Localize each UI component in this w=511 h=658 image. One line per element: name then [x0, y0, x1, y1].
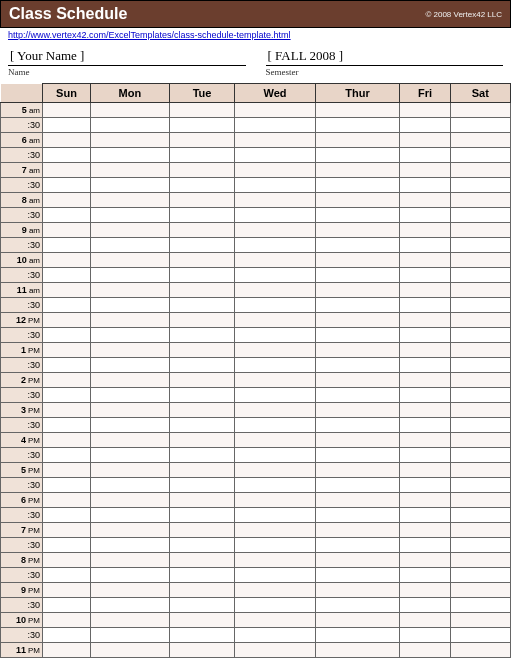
schedule-cell[interactable]	[169, 238, 235, 253]
schedule-cell[interactable]	[43, 403, 91, 418]
schedule-cell[interactable]	[43, 418, 91, 433]
schedule-cell[interactable]	[235, 343, 315, 358]
schedule-cell[interactable]	[169, 223, 235, 238]
schedule-cell[interactable]	[91, 493, 170, 508]
schedule-cell[interactable]	[91, 148, 170, 163]
schedule-cell[interactable]	[235, 373, 315, 388]
schedule-cell[interactable]	[91, 523, 170, 538]
schedule-cell[interactable]	[91, 328, 170, 343]
schedule-cell[interactable]	[43, 628, 91, 643]
schedule-cell[interactable]	[91, 448, 170, 463]
schedule-cell[interactable]	[400, 418, 450, 433]
schedule-cell[interactable]	[450, 163, 510, 178]
schedule-cell[interactable]	[43, 493, 91, 508]
schedule-cell[interactable]	[235, 598, 315, 613]
schedule-cell[interactable]	[91, 193, 170, 208]
schedule-cell[interactable]	[169, 388, 235, 403]
schedule-cell[interactable]	[169, 268, 235, 283]
schedule-cell[interactable]	[450, 478, 510, 493]
schedule-cell[interactable]	[235, 628, 315, 643]
schedule-cell[interactable]	[235, 103, 315, 118]
schedule-cell[interactable]	[400, 448, 450, 463]
schedule-cell[interactable]	[91, 118, 170, 133]
schedule-cell[interactable]	[235, 553, 315, 568]
schedule-cell[interactable]	[315, 283, 400, 298]
schedule-cell[interactable]	[235, 358, 315, 373]
schedule-cell[interactable]	[235, 583, 315, 598]
template-url-link[interactable]: http://www.vertex42.com/ExcelTemplates/c…	[8, 30, 291, 40]
schedule-cell[interactable]	[450, 508, 510, 523]
schedule-cell[interactable]	[235, 283, 315, 298]
schedule-cell[interactable]	[400, 148, 450, 163]
schedule-cell[interactable]	[169, 478, 235, 493]
schedule-cell[interactable]	[315, 328, 400, 343]
schedule-cell[interactable]	[315, 208, 400, 223]
schedule-cell[interactable]	[315, 313, 400, 328]
schedule-cell[interactable]	[43, 643, 91, 658]
schedule-cell[interactable]	[315, 133, 400, 148]
schedule-cell[interactable]	[169, 148, 235, 163]
schedule-cell[interactable]	[400, 388, 450, 403]
schedule-cell[interactable]	[315, 643, 400, 658]
schedule-cell[interactable]	[400, 313, 450, 328]
schedule-cell[interactable]	[315, 103, 400, 118]
schedule-cell[interactable]	[315, 538, 400, 553]
schedule-cell[interactable]	[43, 373, 91, 388]
schedule-cell[interactable]	[91, 163, 170, 178]
schedule-cell[interactable]	[315, 373, 400, 388]
schedule-cell[interactable]	[43, 523, 91, 538]
schedule-cell[interactable]	[450, 643, 510, 658]
schedule-cell[interactable]	[315, 268, 400, 283]
schedule-cell[interactable]	[169, 628, 235, 643]
schedule-cell[interactable]	[235, 418, 315, 433]
schedule-cell[interactable]	[400, 358, 450, 373]
schedule-cell[interactable]	[400, 403, 450, 418]
schedule-cell[interactable]	[400, 238, 450, 253]
schedule-cell[interactable]	[43, 193, 91, 208]
schedule-cell[interactable]	[400, 493, 450, 508]
schedule-cell[interactable]	[235, 463, 315, 478]
schedule-cell[interactable]	[400, 298, 450, 313]
schedule-cell[interactable]	[91, 178, 170, 193]
schedule-cell[interactable]	[91, 538, 170, 553]
schedule-cell[interactable]	[450, 553, 510, 568]
schedule-cell[interactable]	[450, 538, 510, 553]
schedule-cell[interactable]	[169, 523, 235, 538]
schedule-cell[interactable]	[235, 538, 315, 553]
semester-value[interactable]: [ FALL 2008 ]	[266, 48, 504, 66]
schedule-cell[interactable]	[91, 583, 170, 598]
schedule-cell[interactable]	[43, 238, 91, 253]
schedule-cell[interactable]	[315, 193, 400, 208]
schedule-cell[interactable]	[315, 583, 400, 598]
schedule-cell[interactable]	[450, 193, 510, 208]
schedule-cell[interactable]	[235, 178, 315, 193]
schedule-cell[interactable]	[43, 553, 91, 568]
schedule-cell[interactable]	[235, 508, 315, 523]
schedule-cell[interactable]	[400, 643, 450, 658]
schedule-cell[interactable]	[43, 478, 91, 493]
schedule-cell[interactable]	[91, 628, 170, 643]
schedule-cell[interactable]	[43, 343, 91, 358]
name-value[interactable]: [ Your Name ]	[8, 48, 246, 66]
schedule-cell[interactable]	[450, 583, 510, 598]
schedule-cell[interactable]	[91, 208, 170, 223]
schedule-cell[interactable]	[400, 223, 450, 238]
schedule-cell[interactable]	[235, 328, 315, 343]
schedule-cell[interactable]	[400, 523, 450, 538]
schedule-cell[interactable]	[400, 538, 450, 553]
schedule-cell[interactable]	[400, 508, 450, 523]
schedule-cell[interactable]	[450, 613, 510, 628]
schedule-cell[interactable]	[91, 238, 170, 253]
schedule-cell[interactable]	[450, 463, 510, 478]
schedule-cell[interactable]	[91, 103, 170, 118]
schedule-cell[interactable]	[235, 433, 315, 448]
schedule-cell[interactable]	[169, 298, 235, 313]
schedule-cell[interactable]	[450, 178, 510, 193]
schedule-cell[interactable]	[450, 133, 510, 148]
schedule-cell[interactable]	[43, 508, 91, 523]
schedule-cell[interactable]	[400, 178, 450, 193]
schedule-cell[interactable]	[91, 223, 170, 238]
schedule-cell[interactable]	[315, 178, 400, 193]
schedule-cell[interactable]	[43, 448, 91, 463]
schedule-cell[interactable]	[315, 253, 400, 268]
